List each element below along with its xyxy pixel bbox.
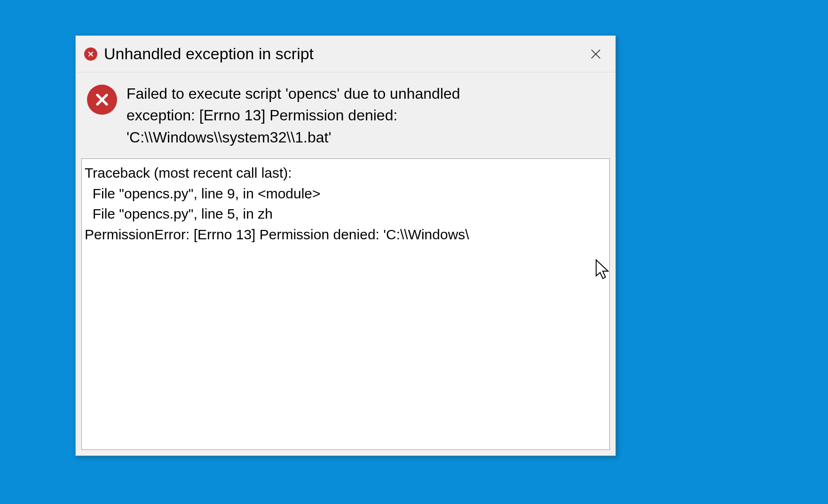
dialog-title: Unhandled exception in script (104, 45, 314, 63)
close-button[interactable] (584, 43, 607, 65)
error-icon (87, 85, 117, 115)
close-icon (590, 48, 602, 60)
error-dialog: Unhandled exception in script Failed to … (75, 35, 616, 456)
dialog-message-area: Failed to execute script 'opencs' due to… (76, 72, 615, 157)
dialog-message: Failed to execute script 'opencs' due to… (126, 83, 460, 148)
error-icon (84, 47, 97, 61)
dialog-titlebar[interactable]: Unhandled exception in script (76, 36, 615, 72)
traceback-container: Traceback (most recent call last): File … (81, 158, 610, 450)
traceback-textarea[interactable]: Traceback (most recent call last): File … (81, 158, 610, 450)
